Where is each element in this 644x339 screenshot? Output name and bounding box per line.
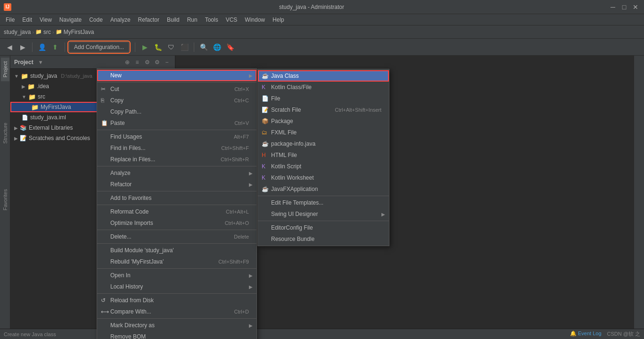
new-fxml[interactable]: 🗂 FXML File	[258, 127, 389, 138]
debug-button[interactable]: 🐛	[152, 41, 164, 53]
new-edit-templates[interactable]: Edit File Templates...	[258, 197, 389, 208]
menu-code[interactable]: Code	[85, 16, 107, 24]
menu-view[interactable]: View	[36, 16, 56, 24]
new-html[interactable]: H HTML File	[258, 149, 389, 161]
ctx-paste[interactable]: 📋 Paste Ctrl+V	[97, 117, 256, 129]
settings-button[interactable]: ⚙	[153, 58, 161, 66]
ctx-compare[interactable]: ⟷ Compare With... Ctrl+D	[97, 306, 256, 317]
menu-help[interactable]: Help	[269, 16, 288, 24]
menu-window[interactable]: Window	[241, 16, 269, 24]
ctx-optimize[interactable]: Optimize Imports Ctrl+Alt+O	[97, 217, 256, 229]
nav-back-button[interactable]: ◀	[4, 41, 15, 53]
project-tab[interactable]: Project	[1, 58, 9, 81]
new-package[interactable]: 📦 Package	[258, 116, 389, 127]
ctx-local-history[interactable]: Local History	[97, 281, 256, 292]
new-swing[interactable]: Swing UI Designer	[258, 208, 389, 220]
run-button[interactable]: ▶	[139, 41, 150, 53]
ctx-copy[interactable]: ⎘ Copy Ctrl+C	[97, 95, 256, 106]
new-kotlin-script[interactable]: K Kotlin Script	[258, 161, 389, 172]
new-fxml-label: FXML File	[271, 129, 297, 136]
ctx-reload[interactable]: ↺ Reload from Disk	[97, 295, 256, 306]
expand-all-button[interactable]: ≡	[133, 58, 141, 66]
project-dropdown-icon[interactable]: ▼	[38, 59, 43, 65]
ctx-sep-8	[97, 268, 256, 269]
breadcrumb-src[interactable]: src	[43, 29, 51, 35]
structure-tab[interactable]: Structure	[1, 119, 9, 148]
ctx-analyze[interactable]: Analyze	[97, 167, 256, 179]
nav-forward-button[interactable]: ▶	[17, 41, 28, 53]
new-kotlin-class[interactable]: K Kotlin Class/File	[258, 82, 389, 93]
new-scratch[interactable]: 📝 Scratch File Ctrl+Alt+Shift+Insert	[258, 104, 389, 116]
ctx-new[interactable]: New	[97, 70, 256, 81]
stop-button[interactable]: ⬛	[179, 41, 190, 53]
new-file[interactable]: 📄 File	[258, 93, 389, 104]
html-icon: H	[262, 152, 266, 158]
ctx-delete[interactable]: Delete... Delete	[97, 231, 256, 242]
menu-analyze[interactable]: Analyze	[107, 16, 134, 24]
update-button[interactable]: ⬆	[50, 41, 61, 53]
new-sep-2	[258, 221, 389, 221]
menu-run[interactable]: Run	[183, 16, 201, 24]
ctx-replace-files[interactable]: Replace in Files... Ctrl+Shift+R	[97, 154, 256, 165]
ctx-build-module[interactable]: Build Module 'study_java'	[97, 245, 256, 256]
menu-navigate[interactable]: Navigate	[56, 16, 85, 24]
search-everywhere-button[interactable]: 🔍	[198, 41, 209, 53]
toolbar-sep-1	[32, 42, 33, 52]
profile-button[interactable]: 👤	[36, 41, 48, 53]
breadcrumb-project[interactable]: study_java	[4, 29, 31, 35]
new-editor-config-label: EditorConfig File	[271, 224, 313, 231]
new-kotlin-ws[interactable]: K Kotlin Worksheet	[258, 172, 389, 183]
menu-tools[interactable]: Tools	[201, 16, 222, 24]
ctx-cut[interactable]: ✂ Cut Ctrl+X	[97, 83, 256, 95]
ctx-find-usages[interactable]: Find Usages Alt+F7	[97, 131, 256, 142]
ctx-remove-bom-label: Remove BOM	[110, 333, 146, 339]
new-java-class[interactable]: ☕ Java Class	[258, 70, 389, 82]
src-label: src	[38, 93, 45, 100]
hide-panel-button[interactable]: −	[163, 58, 171, 66]
menu-vcs[interactable]: VCS	[222, 16, 241, 24]
menu-bar: File Edit View Navigate Code Analyze Ref…	[0, 14, 644, 25]
ctx-copy-path[interactable]: Copy Path...	[97, 106, 256, 117]
breadcrumb: study_java › 📁 src › 📁 MyFirstJava	[4, 29, 94, 35]
ctx-refactor[interactable]: Refactor	[97, 179, 256, 190]
event-log-link[interactable]: 🔔 Event Log	[570, 331, 602, 338]
ctx-sep-1	[97, 82, 256, 83]
new-editor-config[interactable]: EditorConfig File	[258, 222, 389, 233]
ctx-mark-dir[interactable]: Mark Directory as	[97, 320, 256, 331]
breadcrumb-myfirstjava[interactable]: MyFirstJava	[64, 29, 94, 35]
status-text: Create new Java class	[4, 331, 56, 337]
collapse-all-button[interactable]: ⊕	[123, 58, 132, 66]
file-icon: 📄	[262, 95, 269, 102]
compare-icon: ⟷	[101, 308, 109, 315]
new-pkg-info[interactable]: ☕ package-info.java	[258, 138, 389, 149]
ctx-analyze-label: Analyze	[110, 170, 131, 176]
ctx-copy-label: Copy	[110, 97, 124, 104]
new-html-label: HTML File	[271, 152, 297, 158]
ctx-open-in[interactable]: Open In	[97, 270, 256, 281]
ctx-reformat[interactable]: Reformat Code Ctrl+Alt+L	[97, 206, 256, 217]
menu-refactor[interactable]: Refactor	[134, 16, 163, 24]
maximize-button[interactable]: □	[619, 3, 629, 11]
favorites-tab[interactable]: Favorites	[1, 185, 9, 214]
ctx-remove-bom[interactable]: Remove BOM	[97, 331, 256, 339]
ctx-rebuild[interactable]: Rebuild 'MyFirstJava' Ctrl+Shift+F9	[97, 256, 256, 267]
menu-edit[interactable]: Edit	[18, 16, 36, 24]
kotlin-ws-icon: K	[262, 174, 265, 181]
navigate-button[interactable]: 🌐	[211, 41, 223, 53]
fxml-icon: 🗂	[262, 129, 267, 136]
ctx-add-favorites[interactable]: Add to Favorites	[97, 192, 256, 204]
close-button[interactable]: ✕	[631, 3, 640, 11]
toolbar-sep-4	[194, 42, 194, 52]
new-resource-bundle[interactable]: Resource Bundle	[258, 233, 389, 245]
menu-build[interactable]: Build	[163, 16, 183, 24]
run-with-coverage-button[interactable]: 🛡	[165, 41, 177, 53]
menu-file[interactable]: File	[2, 16, 18, 24]
ctx-find-files[interactable]: Find in Files... Ctrl+Shift+F	[97, 142, 256, 154]
scroll-to-button[interactable]: ⚙	[143, 58, 151, 66]
minimize-button[interactable]: ─	[608, 3, 618, 11]
new-javafx[interactable]: ☕ JavaFXApplication	[258, 183, 389, 195]
bookmark-button[interactable]: 🔖	[224, 41, 236, 53]
ctx-rebuild-shortcut: Ctrl+Shift+F9	[218, 259, 249, 265]
project-title: Project	[14, 59, 33, 66]
add-configuration-button[interactable]: Add Configuration...	[69, 42, 129, 52]
